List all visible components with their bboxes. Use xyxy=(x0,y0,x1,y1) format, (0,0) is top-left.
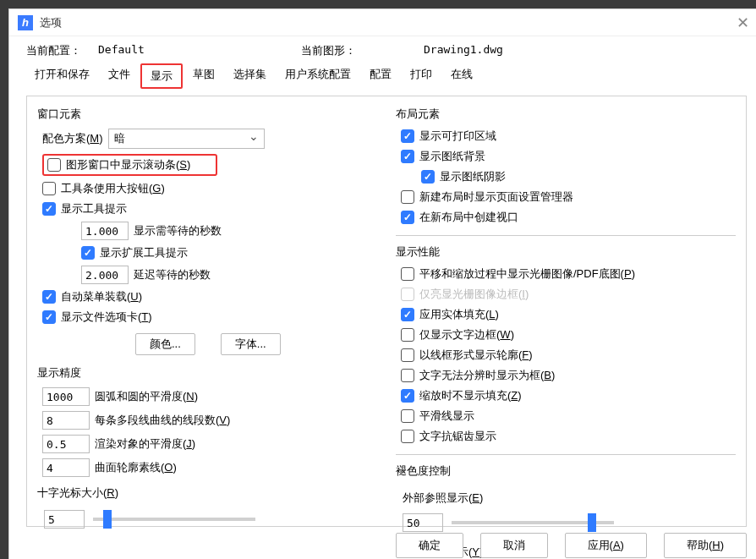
render-smoothness-input[interactable] xyxy=(42,435,90,453)
highlight-scrollbar-option: 图形窗口中显示滚动条(S) xyxy=(42,154,217,176)
crosshair-value[interactable]: 5 xyxy=(44,510,85,529)
ext-tooltip-seconds-input[interactable] xyxy=(81,266,129,284)
highlight-raster-label: 仅亮显光栅图像边框(I) xyxy=(419,287,529,302)
close-icon[interactable]: ✕ xyxy=(730,14,755,32)
tab-display[interactable]: 显示 xyxy=(140,63,183,89)
group-window-elements: 窗口元素 xyxy=(37,107,381,122)
auto-menu-checkbox[interactable] xyxy=(42,290,56,304)
color-scheme-label: 配色方案(M) xyxy=(42,131,103,146)
ok-button[interactable]: 确定 xyxy=(396,533,463,558)
wireframe-label: 以线框形式显示轮廓(F) xyxy=(419,348,533,363)
font-button[interactable]: 字体... xyxy=(221,333,281,355)
paper-bg-checkbox[interactable] xyxy=(401,150,414,163)
app-icon: h xyxy=(18,15,33,30)
paper-shadow-label: 显示图纸阴影 xyxy=(440,169,506,184)
pan-zoom-raster-label: 平移和缩放过程中显示光栅图像/PDF底图(P) xyxy=(419,266,635,282)
tooltip-seconds-input[interactable] xyxy=(81,222,129,240)
hide-fill-zoom-label: 缩放时不显示填充(Z) xyxy=(419,388,522,403)
hide-fill-zoom-checkbox[interactable] xyxy=(401,389,414,403)
surface-lines-label: 曲面轮廓素线(O) xyxy=(95,460,177,475)
text-aa-label: 文字抗锯齿显示 xyxy=(419,429,496,444)
solid-fill-checkbox[interactable] xyxy=(401,308,414,321)
wireframe-checkbox[interactable] xyxy=(401,348,414,362)
color-button[interactable]: 颜色... xyxy=(135,333,195,355)
scrollbar-label: 图形窗口中显示滚动条(S) xyxy=(66,157,190,173)
xref-slider[interactable] xyxy=(452,521,614,524)
polyline-segments-input[interactable] xyxy=(42,411,90,430)
polyline-segments-label: 每条多段线曲线的线段数(V) xyxy=(95,413,230,428)
ext-tooltip-seconds-label: 延迟等待的秒数 xyxy=(134,267,211,282)
tab-open-save[interactable]: 打开和保存 xyxy=(26,63,98,89)
smooth-line-label: 平滑线显示 xyxy=(419,408,474,424)
xref-value[interactable]: 50 xyxy=(403,513,443,532)
titlebar: h 选项 ✕ xyxy=(9,9,756,36)
text-boundary-label: 仅显示文字边框(W) xyxy=(419,327,514,343)
tab-file[interactable]: 文件 xyxy=(100,63,139,89)
tab-sketch[interactable]: 草图 xyxy=(184,63,223,89)
window-title: 选项 xyxy=(40,15,62,30)
pan-zoom-raster-checkbox[interactable] xyxy=(401,267,414,281)
help-button[interactable]: 帮助(H) xyxy=(664,533,747,558)
text-boundary-checkbox[interactable] xyxy=(401,328,414,342)
smooth-line-checkbox[interactable] xyxy=(401,409,414,423)
crosshair-title: 十字光标大小(R) xyxy=(37,485,381,501)
auto-menu-label: 自动菜单装载(U) xyxy=(61,289,142,304)
footer-buttons: 确定 取消 应用(A) 帮助(H) xyxy=(396,533,747,558)
paper-shadow-checkbox[interactable] xyxy=(421,170,435,184)
show-tooltip-checkbox[interactable] xyxy=(42,202,56,216)
render-smoothness-label: 渲染对象的平滑度(J) xyxy=(95,436,195,452)
surface-lines-input[interactable] xyxy=(42,458,90,477)
new-layout-mgr-checkbox[interactable] xyxy=(401,190,414,204)
xref-display-label: 外部参照显示(E) xyxy=(392,490,739,506)
highlight-raster-checkbox xyxy=(401,288,414,301)
paper-bg-label: 显示图纸背景 xyxy=(419,149,485,164)
text-aa-checkbox[interactable] xyxy=(401,430,414,443)
print-area-label: 显示可打印区域 xyxy=(419,129,496,144)
big-buttons-checkbox[interactable] xyxy=(42,182,56,195)
arc-smoothness-input[interactable] xyxy=(42,387,90,406)
apply-button[interactable]: 应用(A) xyxy=(565,533,647,558)
group-layout-elements: 布局元素 xyxy=(396,107,739,122)
ext-tooltip-label: 显示扩展工具提示 xyxy=(100,245,188,260)
print-area-checkbox[interactable] xyxy=(401,129,414,143)
tab-print[interactable]: 打印 xyxy=(402,63,441,89)
new-layout-viewport-label: 在新布局中创建视口 xyxy=(419,210,518,225)
right-column: 布局元素 显示可打印区域 显示图纸背景 显示图纸阴影 新建布局时显示页面设置管理… xyxy=(392,105,739,518)
current-drawing-value: Drawing1.dwg xyxy=(424,43,503,58)
new-layout-viewport-checkbox[interactable] xyxy=(401,211,414,224)
current-config-label: 当前配置： xyxy=(26,43,81,58)
group-fade-control: 褪色度控制 xyxy=(396,463,739,479)
show-tooltip-label: 显示工具提示 xyxy=(61,201,127,216)
ext-tooltip-checkbox[interactable] xyxy=(81,246,95,260)
tab-config[interactable]: 配置 xyxy=(361,63,400,89)
tooltip-seconds-label: 显示需等待的秒数 xyxy=(134,223,222,238)
arc-smoothness-label: 圆弧和圆的平滑度(N) xyxy=(95,389,198,404)
header-row: 当前配置： Default 当前图形： Drawing1.dwg xyxy=(26,43,747,58)
current-config-value: Default xyxy=(98,43,301,58)
options-dialog: h 选项 ✕ 当前配置： Default 当前图形： Drawing1.dwg … xyxy=(8,8,756,559)
tabs-bar: 打开和保存 文件 显示 草图 选择集 用户系统配置 配置 打印 在线 xyxy=(26,63,747,89)
left-column: 窗口元素 配色方案(M) 暗 图形窗口中显示滚动条(S) 工具条使用大按钮(G) xyxy=(34,105,381,518)
current-drawing-label: 当前图形： xyxy=(301,43,356,58)
tab-user-sys[interactable]: 用户系统配置 xyxy=(277,63,359,89)
text-box-label: 文字无法分辨时显示为框(B) xyxy=(419,368,555,383)
group-display-perf: 显示性能 xyxy=(396,244,739,260)
new-layout-mgr-label: 新建布局时显示页面设置管理器 xyxy=(419,189,573,205)
color-scheme-select[interactable]: 暗 xyxy=(108,129,265,149)
crosshair-slider[interactable] xyxy=(93,518,255,521)
tab-selection[interactable]: 选择集 xyxy=(225,63,275,89)
text-box-checkbox[interactable] xyxy=(401,369,414,382)
file-tab-label: 显示文件选项卡(T) xyxy=(61,310,152,325)
scrollbar-checkbox[interactable] xyxy=(47,158,61,172)
tab-online[interactable]: 在线 xyxy=(442,63,481,89)
solid-fill-label: 应用实体填充(L) xyxy=(419,307,499,322)
big-buttons-label: 工具条使用大按钮(G) xyxy=(61,181,165,196)
group-display-precision: 显示精度 xyxy=(37,365,381,381)
file-tab-checkbox[interactable] xyxy=(42,310,56,324)
cancel-button[interactable]: 取消 xyxy=(480,533,548,558)
